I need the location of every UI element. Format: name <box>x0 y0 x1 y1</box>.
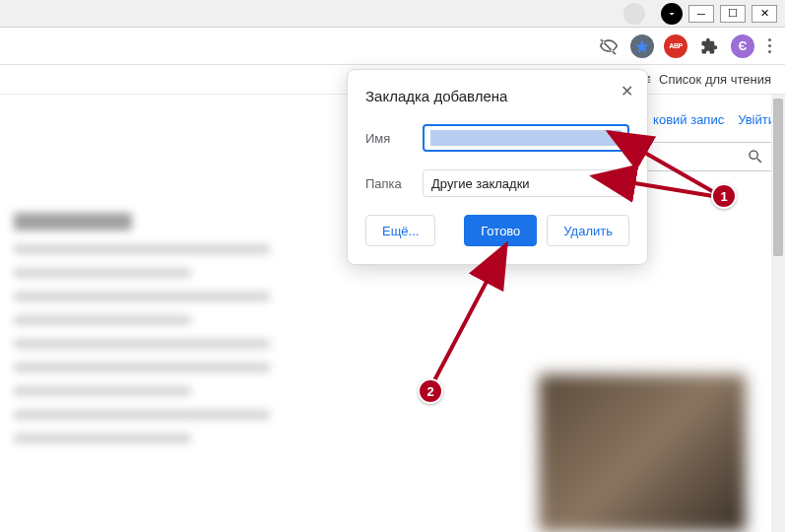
more-button[interactable]: Ещё... <box>365 215 435 246</box>
login-link[interactable]: Увійти <box>738 112 775 127</box>
annotation-badge-2: 2 <box>418 378 443 404</box>
annotation-badge-1: 1 <box>711 183 737 209</box>
window-titlebar: ─ ☐ ✕ <box>0 0 785 28</box>
extensions-puzzle-icon[interactable] <box>697 34 721 58</box>
blurred-article-content <box>14 213 329 457</box>
scrollbar[interactable] <box>771 95 785 532</box>
dialog-title: Закладка добавлена <box>365 88 629 104</box>
reading-list-link[interactable]: Список для чтения <box>659 72 771 87</box>
blurred-article-image <box>539 374 746 532</box>
delete-button[interactable]: Удалить <box>547 215 629 246</box>
profile-extension-icon[interactable]: Є <box>731 34 754 58</box>
dialog-close-button[interactable]: ✕ <box>616 80 637 101</box>
search-icon <box>747 148 764 166</box>
account-link[interactable]: ковий запис <box>653 112 724 127</box>
adblock-extension-icon[interactable]: ABP <box>664 34 687 58</box>
bookmark-name-input[interactable] <box>423 124 629 152</box>
bookmark-folder-select[interactable]: Другие закладки <box>423 169 629 197</box>
browser-menu-icon[interactable] <box>764 34 775 57</box>
close-button[interactable]: ✕ <box>752 5 777 23</box>
bookmark-added-dialog: ✕ Закладка добавлена Имя Папка Другие за… <box>347 69 648 265</box>
scrollbar-thumb[interactable] <box>773 99 783 256</box>
name-label: Имя <box>365 131 413 146</box>
download-indicator-icon[interactable] <box>661 3 683 25</box>
minimize-button[interactable]: ─ <box>688 5 714 23</box>
folder-label: Папка <box>365 176 413 191</box>
profile-avatar[interactable] <box>623 3 645 25</box>
incognito-hidden-icon[interactable] <box>597 34 621 58</box>
bookmark-star-icon[interactable] <box>630 34 654 58</box>
browser-toolbar: ABP Є <box>0 28 785 65</box>
done-button[interactable]: Готово <box>464 215 537 246</box>
maximize-button[interactable]: ☐ <box>720 5 746 23</box>
